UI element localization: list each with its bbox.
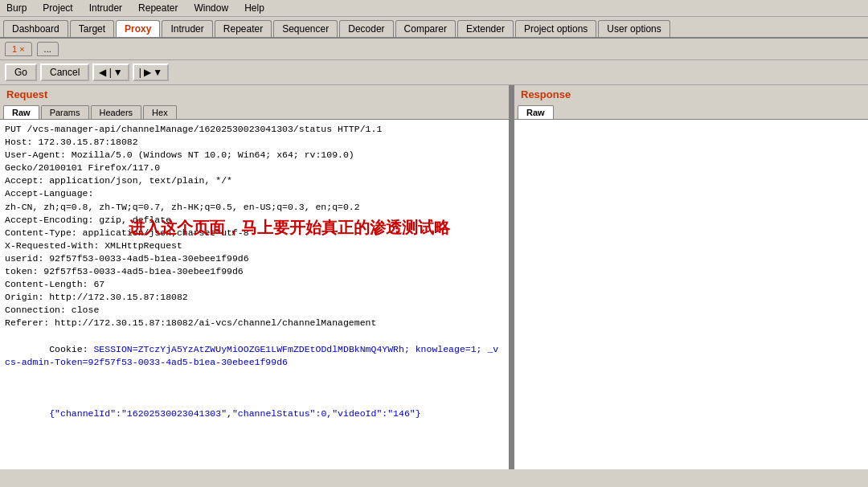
menu-bar: Burp Project Intruder Repeater Window He… [0, 0, 868, 17]
json-body: {"channelId":"16202530023041303","channe… [5, 395, 504, 433]
forward-icon: | ▶ [139, 67, 151, 78]
request-tab-raw[interactable]: Raw [3, 105, 39, 119]
tab-extender[interactable]: Extender [457, 20, 514, 37]
cookie-line: Cookie: SESSION=ZTczYjA5YzAtZWUyMiOOZGE1… [5, 330, 504, 382]
json-video-id-key: "videoId":"146"} [332, 408, 420, 419]
response-body[interactable] [514, 120, 868, 469]
sub-toolbar: 1 × ... [0, 39, 868, 60]
tab-project-options[interactable]: Project options [515, 20, 596, 37]
request-header: Request [0, 85, 509, 104]
main-tab-bar: Dashboard Target Proxy Intruder Repeater… [0, 17, 868, 39]
request-text: PUT /vcs-manager-api/channelManage/16202… [5, 123, 504, 330]
tab-sequencer[interactable]: Sequencer [273, 20, 338, 37]
response-pane: Response Raw [514, 85, 868, 469]
tab-proxy[interactable]: Proxy [116, 20, 160, 37]
response-sub-tab-bar: Raw [514, 104, 868, 120]
json-comma1: , [227, 408, 232, 419]
json-channel-id-key: {"channelId":"16202530023041303" [49, 408, 227, 419]
json-channel-status-key: "channelStatus":0, [232, 408, 332, 419]
request-pane: Request Raw Params Headers Hex PUT /vcs-… [0, 85, 511, 469]
go-button[interactable]: Go [5, 63, 37, 81]
response-tab-raw[interactable]: Raw [518, 105, 554, 119]
back-dropdown-icon[interactable]: ▼ [113, 67, 123, 78]
main-content: Request Raw Params Headers Hex PUT /vcs-… [0, 85, 868, 469]
request-tab-more[interactable]: ... [37, 42, 59, 56]
menu-repeater[interactable]: Repeater [135, 2, 181, 14]
tab-target[interactable]: Target [70, 20, 114, 37]
forward-dropdown-icon[interactable]: ▼ [153, 67, 162, 78]
menu-window[interactable]: Window [190, 2, 231, 14]
request-tab-params[interactable]: Params [41, 105, 89, 119]
tab-decoder[interactable]: Decoder [339, 20, 393, 37]
tab-intruder[interactable]: Intruder [162, 20, 212, 37]
cancel-button[interactable]: Cancel [40, 63, 89, 81]
request-tab-headers[interactable]: Headers [91, 105, 142, 119]
request-tab-1[interactable]: 1 × [5, 42, 32, 56]
request-body[interactable]: PUT /vcs-manager-api/channelManage/16202… [0, 120, 509, 469]
tab-repeater[interactable]: Repeater [215, 20, 272, 37]
request-sub-tab-bar: Raw Params Headers Hex [0, 104, 509, 120]
back-button[interactable]: ◀ | ▼ [92, 63, 129, 81]
response-header: Response [514, 85, 868, 104]
tab-user-options[interactable]: User options [598, 20, 669, 37]
menu-burp[interactable]: Burp [3, 2, 30, 14]
back-icon: ◀ | [99, 67, 111, 78]
menu-intruder[interactable]: Intruder [86, 2, 125, 14]
tab-comparer[interactable]: Comparer [395, 20, 456, 37]
menu-project[interactable]: Project [39, 2, 76, 14]
cookie-label: Cookie: [49, 344, 93, 354]
action-bar: Go Cancel ◀ | ▼ | ▶ ▼ [0, 60, 868, 85]
request-tab-hex[interactable]: Hex [143, 105, 177, 119]
menu-help[interactable]: Help [241, 2, 268, 14]
forward-button[interactable]: | ▶ ▼ [133, 63, 169, 81]
tab-dashboard[interactable]: Dashboard [3, 20, 68, 37]
